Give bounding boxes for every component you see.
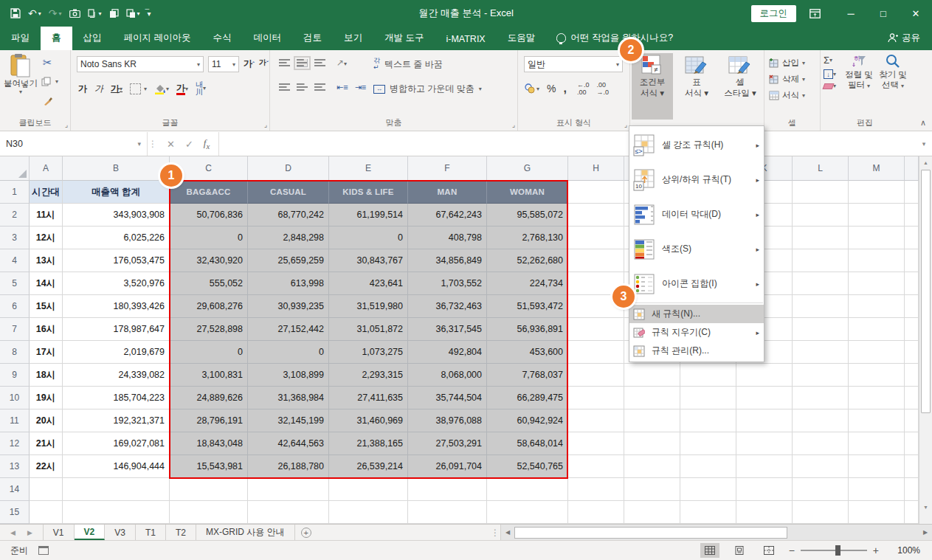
grid-cell[interactable]: 146,904,444 bbox=[63, 455, 170, 478]
bold-icon[interactable]: 가 bbox=[78, 83, 87, 95]
grid-cell[interactable]: 25,659,259 bbox=[248, 249, 329, 272]
grid-cell[interactable]: 36,732,463 bbox=[408, 295, 487, 318]
grid-cell[interactable] bbox=[568, 409, 624, 432]
grid-cell[interactable]: 10 bbox=[0, 387, 30, 409]
sheet-tab-V1[interactable]: V1 bbox=[43, 525, 75, 540]
vscroll-thumb[interactable] bbox=[921, 170, 931, 413]
grid-cell[interactable]: 0 bbox=[170, 341, 248, 364]
insert-cells-button[interactable]: 삽입▾ bbox=[769, 55, 805, 71]
grid-cell[interactable]: 3 bbox=[0, 227, 30, 249]
grid-cell[interactable] bbox=[624, 409, 680, 432]
grid-cell[interactable]: 67,642,243 bbox=[408, 204, 487, 227]
sheet-tab-MX-GRID 사용 안내[interactable]: MX-GRID 사용 안내 bbox=[196, 525, 295, 540]
grid-cell[interactable] bbox=[248, 501, 329, 524]
grid-cell[interactable] bbox=[793, 409, 849, 432]
decrease-indent-icon[interactable]: ⇤≡ bbox=[336, 83, 348, 92]
grid-cell[interactable]: 3,520,976 bbox=[63, 272, 170, 295]
grid-cell[interactable] bbox=[905, 341, 919, 364]
menu-item-3[interactable]: 색조(S)▸ bbox=[629, 232, 764, 266]
grid-cell[interactable]: 14 bbox=[0, 478, 30, 501]
grid-cell[interactable]: 343,903,908 bbox=[63, 204, 170, 227]
ribbon-display-options-icon[interactable] bbox=[810, 9, 835, 18]
grid-cell[interactable]: 7,768,037 bbox=[487, 364, 568, 387]
grid-cell[interactable]: 34,856,849 bbox=[408, 249, 487, 272]
grid-cell[interactable] bbox=[680, 501, 736, 524]
format-cells-button[interactable]: 서식▾ bbox=[769, 87, 805, 103]
grid-cell[interactable]: 2 bbox=[0, 204, 30, 227]
ribbon-tab-10[interactable]: 도움말 bbox=[497, 27, 547, 50]
menu-item-1[interactable]: 10상위/하위 규칙(T)▸ bbox=[629, 162, 764, 197]
grid-cell[interactable] bbox=[248, 478, 329, 501]
grid-cell[interactable] bbox=[905, 227, 919, 249]
menu-item-2[interactable]: 데이터 막대(D)▸ bbox=[629, 197, 764, 232]
scroll-up-icon[interactable]: ▲ bbox=[919, 156, 932, 169]
camera-icon[interactable] bbox=[69, 9, 80, 18]
menu-item-4[interactable]: 아이콘 집합(I)▸ bbox=[629, 266, 764, 301]
number-format-select[interactable]: 일반▾ bbox=[524, 56, 623, 72]
conditional-formatting-button[interactable]: ≠ 조건부 서식 ▾ bbox=[632, 53, 673, 120]
grid-cell[interactable] bbox=[793, 295, 849, 318]
clear-icon[interactable]: ▾ bbox=[824, 83, 836, 89]
grid-cell[interactable] bbox=[63, 501, 170, 524]
grid-cell[interactable] bbox=[849, 364, 905, 387]
grid-cell[interactable]: 0 bbox=[170, 227, 248, 249]
grid-cell[interactable] bbox=[849, 478, 905, 501]
grid-cell[interactable]: 2,848,298 bbox=[248, 227, 329, 249]
percent-style-icon[interactable]: % bbox=[547, 83, 556, 94]
grid-cell[interactable] bbox=[624, 364, 680, 387]
grid-cell[interactable]: A bbox=[30, 156, 63, 181]
comma-style-icon[interactable]: , bbox=[563, 82, 566, 95]
grid-cell[interactable]: 61,199,514 bbox=[329, 204, 408, 227]
grid-cell[interactable] bbox=[63, 478, 170, 501]
login-button[interactable]: 로그인 bbox=[751, 5, 797, 22]
cut-button[interactable]: ✂ bbox=[43, 56, 52, 69]
grid-cell[interactable] bbox=[568, 455, 624, 478]
sheet-tab-T2[interactable]: T2 bbox=[166, 525, 196, 540]
font-name-select[interactable]: Noto Sans KR▾ bbox=[77, 56, 204, 72]
share-button[interactable]: 공유 bbox=[876, 27, 932, 50]
grid-cell[interactable]: 27,528,898 bbox=[170, 318, 248, 341]
grid-cell[interactable]: 185,704,223 bbox=[63, 387, 170, 409]
merge-center-button[interactable]: ↔ 병합하고 가운데 맞춤 ▾ bbox=[373, 83, 482, 95]
cancel-icon[interactable]: ✕ bbox=[167, 139, 175, 150]
grid-cell[interactable]: 22시 bbox=[30, 455, 63, 478]
grid-cell[interactable]: 32,430,920 bbox=[170, 249, 248, 272]
align-center-icon[interactable] bbox=[297, 83, 308, 91]
grid-cell[interactable] bbox=[680, 387, 736, 409]
grid-cell[interactable] bbox=[170, 501, 248, 524]
align-bottom-icon[interactable] bbox=[314, 59, 325, 67]
decrease-font-icon[interactable]: 가ˇ bbox=[259, 58, 269, 68]
grid-cell[interactable]: 5 bbox=[0, 272, 30, 295]
zoom-slider-thumb[interactable] bbox=[835, 545, 840, 556]
grid-cell[interactable]: H bbox=[568, 156, 624, 181]
grid-cell[interactable]: 30,939,235 bbox=[248, 295, 329, 318]
horizontal-scrollbar[interactable]: ⋮ ◀ ▶ bbox=[500, 525, 932, 540]
increase-decimal-icon[interactable]: ←.0.00 bbox=[577, 81, 590, 96]
copy-pages-icon[interactable] bbox=[109, 9, 119, 18]
name-box[interactable]: N30▾ bbox=[0, 132, 148, 156]
grid-cell[interactable]: WOMAN bbox=[487, 181, 568, 204]
grid-cell[interactable]: 9 bbox=[0, 364, 30, 387]
zoom-slider[interactable] bbox=[801, 550, 867, 551]
grid-cell[interactable]: 2,019,679 bbox=[63, 341, 170, 364]
hscroll-thumb[interactable] bbox=[514, 527, 787, 539]
fill-icon[interactable]: ↓▾ bbox=[824, 69, 836, 79]
grid-cell[interactable]: E bbox=[329, 156, 408, 181]
grid-cell[interactable] bbox=[905, 318, 919, 341]
grid-cell[interactable]: 4 bbox=[0, 249, 30, 272]
find-select-button[interactable]: 찾기 및 선택 ▾ bbox=[877, 53, 909, 91]
grid-cell[interactable] bbox=[905, 204, 919, 227]
format-painter-button[interactable] bbox=[43, 96, 53, 106]
grid-cell[interactable]: 66,289,475 bbox=[487, 387, 568, 409]
menu-item-8[interactable]: 규칙 관리(R)... bbox=[629, 342, 764, 360]
grid-cell[interactable] bbox=[793, 249, 849, 272]
grid-cell[interactable]: 224,734 bbox=[487, 272, 568, 295]
grid-cell[interactable]: 20시 bbox=[30, 409, 63, 432]
grid-cell[interactable] bbox=[680, 455, 736, 478]
grid-cell[interactable]: 613,998 bbox=[248, 272, 329, 295]
font-dialog-launcher[interactable]: ⌟ bbox=[264, 121, 267, 128]
grid-cell[interactable]: 15,543,981 bbox=[170, 455, 248, 478]
macro-record-icon[interactable] bbox=[38, 546, 49, 555]
grid-cell[interactable]: 13시 bbox=[30, 249, 63, 272]
name-box-resizer[interactable]: ⋮ bbox=[148, 132, 158, 156]
